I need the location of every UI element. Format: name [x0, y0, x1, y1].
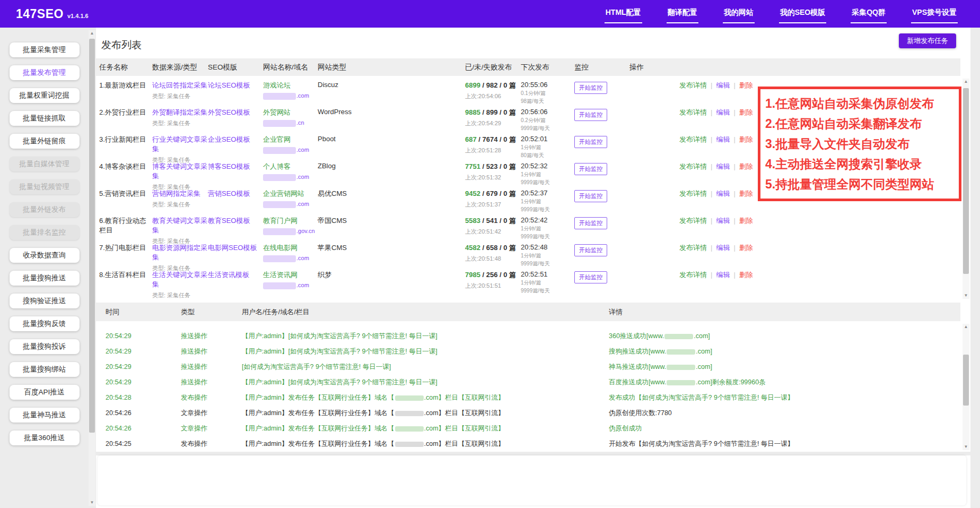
template-link[interactable]: 外贸SEO模板 — [208, 108, 250, 116]
daily-limit: 98篇/每天 — [521, 98, 574, 105]
publish-detail-link[interactable]: 发布详情 — [679, 162, 707, 170]
source-link[interactable]: 行业关键词文章采集 — [152, 135, 208, 154]
scroll-up-icon[interactable]: ▲ — [962, 324, 969, 330]
delete-link[interactable]: 删除 — [739, 162, 753, 170]
template-link[interactable]: 博客SEO模板 — [208, 162, 250, 170]
sidebar-item-1[interactable]: 批量采集管理 — [10, 42, 80, 57]
start-monitor-button[interactable]: 开始监控 — [574, 190, 607, 202]
nav-item-5[interactable]: 采集QQ群 — [851, 5, 887, 23]
site-domain[interactable]: .com — [263, 147, 318, 154]
start-monitor-button[interactable]: 开始监控 — [574, 163, 607, 175]
sidebar-item-10[interactable]: 收录数据查询 — [10, 248, 80, 263]
monitor-cell: 开始监控 — [574, 162, 629, 191]
site-domain[interactable]: .cn — [263, 119, 318, 127]
sidebar-item-5[interactable]: 批量外链留痕 — [10, 134, 80, 149]
publish-detail-link[interactable]: 发布详情 — [679, 217, 707, 225]
scrollbar-thumb[interactable] — [963, 355, 969, 406]
sidebar-item-4[interactable]: 批量链接抓取 — [10, 111, 80, 126]
start-monitor-button[interactable]: 开始监控 — [574, 244, 607, 256]
redacted-domain — [667, 349, 695, 355]
scrollbar-thumb[interactable] — [89, 39, 95, 433]
publish-detail-link[interactable]: 发布详情 — [679, 244, 707, 252]
nav-item-1[interactable]: HTML配置 — [605, 5, 642, 23]
sidebar-item-11[interactable]: 批量搜狗推送 — [10, 271, 80, 286]
publish-detail-link[interactable]: 发布详情 — [679, 108, 707, 116]
edit-link[interactable]: 编辑 — [716, 81, 730, 89]
edit-link[interactable]: 编辑 — [716, 244, 730, 252]
sidebar-item-16[interactable]: 百度API推送 — [10, 385, 80, 400]
source-link[interactable]: 营销网指定采集 — [152, 189, 208, 199]
source-link[interactable]: 博客关键词文章采集 — [152, 162, 208, 181]
start-monitor-button[interactable]: 开始监控 — [574, 82, 607, 94]
source-link[interactable]: 生活关键词文章采集 — [152, 270, 208, 289]
site-domain[interactable]: .com — [263, 174, 318, 181]
sidebar-item-3[interactable]: 批量权重词挖掘 — [10, 88, 80, 103]
nav-item-2[interactable]: 翻译配置 — [667, 5, 698, 23]
log-table-scrollbar[interactable]: ▲ ▼ — [962, 324, 969, 450]
start-monitor-button[interactable]: 开始监控 — [574, 271, 607, 283]
sidebar-item-17[interactable]: 批量神马推送 — [10, 408, 80, 423]
log-table-header: 时间类型用户名/任务/域名/栏目详情 — [96, 303, 960, 321]
delete-link[interactable]: 删除 — [739, 271, 753, 279]
sidebar-item-14[interactable]: 批量搜狗投诉 — [10, 339, 80, 354]
log-target: 【用户:admin】发布任务【互联网行业任务】域名【.com】栏目【互联网引流】 — [242, 421, 609, 436]
source-link[interactable]: 论坛回答指定采集 — [152, 81, 208, 90]
delete-link[interactable]: 删除 — [739, 244, 753, 252]
scroll-up-icon[interactable]: ▲ — [962, 79, 969, 85]
source-link[interactable]: 教育关键词文章采集 — [152, 216, 208, 235]
template-link[interactable]: 电影网SEO模板 — [208, 244, 257, 252]
site-domain[interactable]: .com — [263, 92, 318, 100]
edit-link[interactable]: 编辑 — [716, 162, 730, 170]
sidebar-item-12[interactable]: 搜狗验证推送 — [10, 294, 80, 308]
template-link[interactable]: 论坛SEO模板 — [208, 81, 250, 89]
delete-link[interactable]: 删除 — [739, 135, 753, 143]
sidebar-item-13[interactable]: 批量搜狗反馈 — [10, 316, 80, 331]
publish-detail-link[interactable]: 发布详情 — [679, 190, 707, 197]
sidebar-item-2[interactable]: 批量发布管理 — [10, 65, 80, 80]
sidebar-item-18[interactable]: 批量360推送 — [10, 430, 80, 445]
add-publish-task-button[interactable]: 新增发布任务 — [899, 33, 956, 48]
source-link[interactable]: 外贸翻译指定采集 — [152, 108, 208, 117]
template-link[interactable]: 生活资讯模板 — [208, 271, 249, 279]
scrollbar-thumb[interactable] — [963, 88, 969, 274]
task-name: 4.博客杂谈栏目 — [99, 162, 152, 191]
site-domain[interactable]: .gov.cn — [263, 228, 318, 235]
delete-link[interactable]: 删除 — [739, 217, 753, 225]
site-domain[interactable]: .com — [263, 282, 318, 289]
edit-link[interactable]: 编辑 — [716, 217, 730, 225]
publish-rate: 1分钟/篇 — [521, 225, 574, 232]
template-link[interactable]: 教育SEO模板 — [208, 217, 250, 225]
scroll-down-icon[interactable]: ▼ — [89, 500, 95, 506]
edit-link[interactable]: 编辑 — [716, 135, 730, 143]
sidebar-item-15[interactable]: 批量搜狗绑站 — [10, 362, 80, 377]
start-monitor-button[interactable]: 开始监控 — [574, 136, 607, 148]
separator: | — [711, 217, 712, 225]
task-table-scrollbar[interactable]: ▲ ▼ — [962, 79, 969, 299]
scroll-down-icon[interactable]: ▼ — [962, 444, 969, 450]
edit-link[interactable]: 编辑 — [716, 108, 730, 116]
domain-suffix: .com — [296, 201, 309, 207]
nav-item-6[interactable]: VPS拨号设置 — [911, 5, 958, 23]
scroll-down-icon[interactable]: ▼ — [962, 292, 969, 299]
delete-link[interactable]: 删除 — [739, 108, 753, 116]
nav-item-3[interactable]: 我的网站 — [723, 5, 755, 23]
edit-link[interactable]: 编辑 — [716, 190, 730, 197]
sidebar-scrollbar[interactable]: ▲ ▼ — [89, 30, 95, 506]
template-link[interactable]: 营销SEO模板 — [208, 190, 250, 197]
edit-link[interactable]: 编辑 — [716, 271, 730, 279]
site-domain[interactable]: .com — [263, 201, 318, 208]
publish-detail-link[interactable]: 发布详情 — [679, 81, 707, 89]
publish-detail-link[interactable]: 发布详情 — [679, 135, 707, 143]
site-domain[interactable]: .com — [263, 255, 318, 262]
delete-link[interactable]: 删除 — [739, 81, 753, 89]
scroll-up-icon[interactable]: ▲ — [89, 30, 95, 37]
start-monitor-button[interactable]: 开始监控 — [574, 217, 607, 229]
publish-detail-link[interactable]: 发布详情 — [679, 271, 707, 279]
start-monitor-button[interactable]: 开始监控 — [574, 109, 607, 121]
log-detail: 伪原创成功 — [609, 421, 960, 436]
task-source: 博客关键词文章采集类型: 采集任务 — [152, 162, 208, 191]
source-link[interactable]: 电影资源网指定采集 — [152, 243, 208, 262]
delete-link[interactable]: 删除 — [739, 190, 753, 197]
nav-item-4[interactable]: 我的SEO模版 — [779, 5, 827, 23]
template-link[interactable]: 企业SEO模板 — [208, 135, 250, 143]
